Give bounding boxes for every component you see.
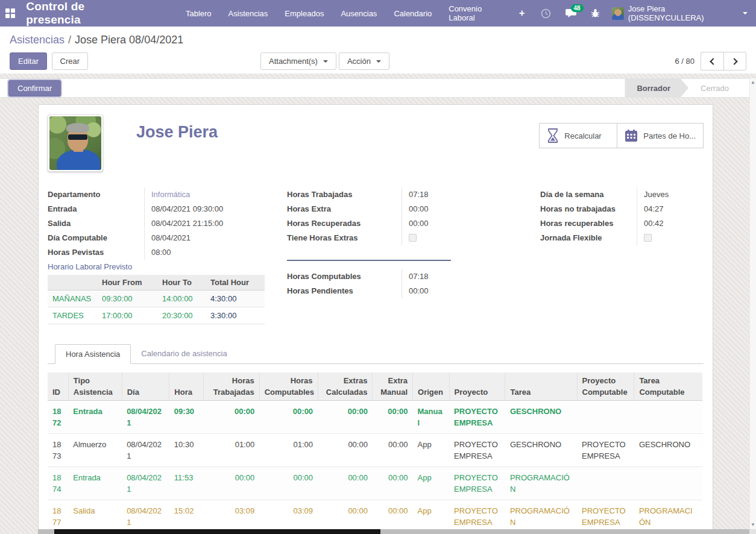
column-header-horas-trabajadas[interactable]: Horas Trabajadas [203,372,259,401]
field-dia-computable: Día Computable 08/04/2021 [48,231,287,245]
table-cell [577,401,634,434]
table-cell [577,467,634,500]
apps-menu-button[interactable] [0,0,20,27]
notebook-tabs: Hora Asistencia Calendario de asistencia [48,344,704,364]
table-cell: 08/04/2021 [122,500,169,533]
status-closed[interactable]: Cerrado [688,79,741,97]
column-header-origen[interactable]: Origen [413,372,450,401]
vertical-scrollbar[interactable]: ▲ ▼ [749,78,756,529]
create-button[interactable]: Crear [52,52,89,70]
hourglass-icon [547,128,559,143]
field-value [402,231,540,245]
attachments-dropdown[interactable]: Attachment(s) [260,52,336,70]
status-draft[interactable]: Borrador [625,79,688,97]
table-cell: 00:00 [203,401,259,434]
form-sheet: Jose Piera Recalcular [38,104,713,534]
timesheet-parts-button[interactable]: Partes de Ho... [617,123,704,148]
table-cell: 01:00 [259,434,318,467]
field-dia-semana: Día de la semana Jueves [540,187,704,202]
field-value-link[interactable]: Informática [144,187,287,202]
column-header-extras-calculadas[interactable]: Extras Calculadas [318,372,373,401]
bug-icon [591,8,600,18]
field-label: Día Computable [48,231,144,245]
debug-button[interactable] [584,0,607,27]
field-label: Horas Pendientes [287,284,402,298]
nav-add-button[interactable]: + [511,0,534,27]
table-cell: GESCHRONO [505,401,577,434]
control-panel: Asistencias/Jose Piera 08/04/2021 Editar… [0,27,756,74]
table-cell: 00:00 [318,401,373,434]
table-row[interactable]: 1877 Salida 08/04/2021 15:02 03:09 03:09… [48,500,702,533]
field-label: Horas no trabajadas [540,202,637,216]
schedule-row[interactable]: TARDES 17:00:00 20:30:00 3:30:00 [48,307,265,324]
field-horas-no-trabajadas: Horas no trabajadas 04:27 [540,202,704,216]
scroll-up-arrow-icon[interactable]: ▲ [750,78,756,87]
table-cell: PROYECTO EMPRESA [577,500,634,533]
nav-item-empleados[interactable]: Empleados [276,0,332,27]
attendance-header-row: ID Tipo Asistencia Día Hora Horas Trabaj… [48,372,702,401]
nav-item-tablero[interactable]: Tablero [177,0,220,27]
table-row[interactable]: 1873 Almuerzo 08/04/2021 10:30 01:00 01:… [48,434,702,467]
tiene-horas-extras-checkbox[interactable] [409,234,417,242]
column-header-id[interactable]: ID [48,372,68,401]
table-cell: 00:00 [373,401,413,434]
table-row[interactable]: 1874 Entrada 08/04/2021 11:53 00:00 00:0… [48,467,702,500]
record-title: Jose Piera [136,123,218,142]
action-dropdown[interactable]: Acción [339,52,389,70]
column-header-tarea-computable[interactable]: Tarea Computable [634,372,702,401]
nav-item-ausencias[interactable]: Ausencias [332,0,385,27]
recalculate-button[interactable]: Recalcular [539,123,617,148]
user-menu[interactable]: Jose Piera (DISSENYCULLERA) [607,0,756,27]
column-header-hora[interactable]: Hora [169,372,204,401]
schedule-row[interactable]: MAÑANAS 09:30:00 14:00:00 4:30:00 [48,291,265,307]
field-horas-previstas: Horas Pevistas 08:00 [48,245,287,260]
pager-previous-button[interactable] [701,52,723,71]
field-value: 07:18 [402,187,540,202]
tab-calendario-asistencia[interactable]: Calendario de asistencia [131,344,237,364]
column-header-extra-manual[interactable]: Extra Manual [373,372,413,401]
field-label: Horas Pevistas [48,245,144,260]
nav-item-asistencias[interactable]: Asistencias [220,0,277,27]
pager-next-button[interactable] [723,52,746,71]
table-cell: 1873 [48,434,68,467]
scroll-down-arrow-icon[interactable]: ▼ [750,521,756,529]
table-row[interactable]: 1872 Entrada 08/04/2021 09:30 00:00 00:0… [48,401,702,434]
user-name: Jose Piera (DISSENYCULLERA) [628,4,739,22]
tab-hora-asistencia[interactable]: Hora Asistencia [55,344,131,364]
column-header-horas-computables[interactable]: Horas Computables [259,372,318,401]
edit-button[interactable]: Editar [10,52,47,70]
nav-item-convenio-laboral[interactable]: Convenio Laboral [440,0,510,27]
top-navbar: Control de presencia Tablero Asistencias… [0,0,756,27]
field-value: 00:00 [402,284,540,298]
column-header-proyecto[interactable]: Proyecto [449,372,505,401]
table-cell: PROYECTO EMPRESA [449,434,505,467]
field-label: Horas Computables [287,269,402,284]
jornada-flexible-checkbox[interactable] [644,234,652,242]
schedule-total-cell: 4:30:00 [206,291,265,307]
action-label: Acción [347,57,371,66]
horizontal-scrollbar[interactable] [38,529,749,534]
horizontal-scrollbar-thumb[interactable] [54,529,380,534]
table-cell: App [413,434,450,467]
table-cell: PROGRAMACIÓN [505,467,577,500]
separator-line [287,260,451,261]
field-label: Entrada [48,202,144,216]
table-cell: 03:09 [259,500,318,533]
column-header-dia[interactable]: Día [122,372,169,401]
table-cell: 00:00 [318,467,373,500]
column-header-proyecto-computable[interactable]: Proyecto Computable [577,372,634,401]
attachments-label: Attachment(s) [269,57,318,66]
nav-item-calendario[interactable]: Calendario [385,0,440,27]
messages-button[interactable]: 48 [558,0,584,27]
activities-button[interactable] [534,0,558,27]
field-label: Jornada Flexible [540,231,637,245]
field-departamento: Departamento Informática [48,187,287,202]
column-header-tipo[interactable]: Tipo Asistencia [68,372,122,401]
column-header-tarea[interactable]: Tarea [505,372,577,401]
field-value: 08/04/2021 21:15:00 [144,216,287,231]
breadcrumb-parent-link[interactable]: Asistencias [10,34,65,46]
confirm-button[interactable]: Confirmar [8,80,61,96]
main-menu: Tablero Asistencias Empleados Ausencias … [177,0,534,27]
table-cell: 08/04/2021 [122,434,169,467]
schedule-name-cell: TARDES [48,307,97,324]
